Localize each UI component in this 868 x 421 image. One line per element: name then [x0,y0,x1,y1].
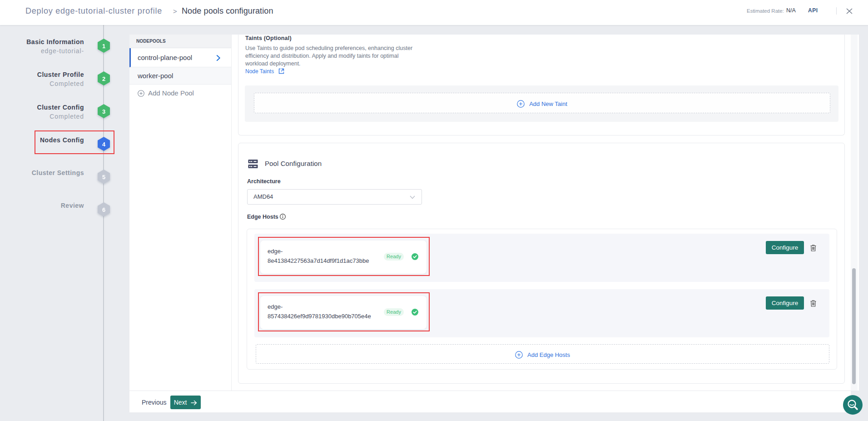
svg-text:3: 3 [102,108,105,115]
svg-text:5: 5 [102,174,105,180]
svg-text:6: 6 [102,206,105,213]
svg-text:1: 1 [102,43,105,50]
svg-text:2: 2 [102,75,105,82]
